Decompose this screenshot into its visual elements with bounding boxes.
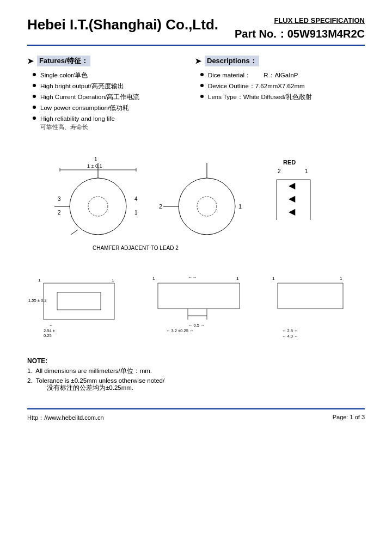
svg-text:↔ 3.2 ±0.25 ↔: ↔ 3.2 ±0.25 ↔ [166, 328, 193, 333]
features-label: Fatures/特征： [37, 56, 90, 66]
svg-point-4 [70, 178, 126, 235]
bullet-icon [33, 84, 36, 87]
svg-text:2: 2 [278, 168, 281, 174]
svg-text:◀: ◀ [289, 181, 296, 190]
svg-text:1.55 ± 0.3: 1.55 ± 0.3 [28, 298, 46, 303]
svg-text:3: 3 [58, 196, 61, 202]
list-item: Single color/单色 [33, 71, 184, 79]
svg-text:CHAMFER ADJACENT TO LEAD 2: CHAMFER ADJACENT TO LEAD 2 [93, 245, 179, 251]
header: Hebei I.T.(Shanghai) Co.,Ltd. FLUX LED S… [27, 16, 365, 41]
list-item: 2. Tolerance is ±0.25mm unless otherwise… [27, 377, 365, 392]
svg-point-5 [88, 197, 108, 216]
svg-text:2.54 ±: 2.54 ± [44, 328, 55, 333]
company-name: Hebei I.T.(Shanghai) Co.,Ltd. [27, 16, 218, 33]
page: Hebei I.T.(Shanghai) Co.,Ltd. FLUX LED S… [0, 0, 392, 551]
website: Http：//www.hebeiitd.com.cn [27, 414, 104, 422]
svg-text:1: 1 [305, 168, 308, 174]
desc-subitem: R：AlGaInP [264, 72, 298, 78]
list-item: High bright output/高亮度输出 [33, 82, 184, 90]
svg-text:1: 1 [152, 276, 155, 281]
flux-title: FLUX LED SPECIFICATION [235, 16, 365, 25]
bullet-icon [33, 106, 36, 109]
list-item: Low power consumption/低功耗 [33, 103, 184, 112]
svg-text:2: 2 [58, 210, 61, 216]
descriptions-section: ➤ Descriptions： Dice material： R：AlGaInP… [195, 56, 365, 101]
svg-text:←→: ←→ [188, 275, 197, 280]
bullet-icon [200, 95, 204, 98]
descriptions-title: ➤ Descriptions： [195, 56, 365, 66]
features-list: Single color/单色 High bright output/高亮度输出… [27, 71, 184, 132]
diagram-area: 1 ± 0.1 3 2 4 1 1 2 1 RED 2 1 [27, 149, 365, 260]
notes-section: NOTE: 1. All dimensions are millimeters/… [27, 357, 365, 392]
feature-text: High bright output/高亮度输出 [40, 82, 124, 90]
part-number-value: 05W913M4R2C [287, 28, 365, 40]
list-item: 1. All dimensions are millimeters/单位：mm. [27, 367, 365, 375]
svg-line-8 [71, 230, 78, 235]
descriptions-arrow: ➤ [195, 57, 201, 65]
svg-text:← 0.5 →: ← 0.5 → [188, 323, 205, 328]
header-divider [27, 45, 365, 46]
svg-text:1: 1 [112, 278, 114, 283]
tech-drawing-area: 1 1 1.55 ± 0.3 ↔ 2.54 ± 0.25 1 1 ←→ ← 0.… [27, 268, 365, 346]
features-section: ➤ Fatures/特征： Single color/单色 High brigh… [27, 56, 184, 132]
feature-text: Single color/单色 [40, 71, 88, 79]
footer: Http：//www.hebeiitd.com.cn Page: 1 of 3 [27, 414, 365, 422]
svg-point-15 [197, 197, 217, 216]
svg-text:↔ 2.8 ↔: ↔ 2.8 ↔ [282, 328, 298, 333]
svg-text:0.25: 0.25 [44, 333, 52, 338]
notes-title: NOTE: [27, 357, 365, 365]
svg-text:4: 4 [134, 196, 138, 202]
feature-text: High Current Operation/高工作电流 [40, 93, 139, 101]
led-diagram-svg: 1 ± 0.1 3 2 4 1 1 2 1 RED 2 1 [27, 149, 365, 258]
bullet-icon [33, 73, 36, 76]
desc-text: Dice material： R：AlGaInP [208, 71, 298, 79]
list-item: Device Outline：7.62mmX7.62mm [200, 82, 365, 90]
svg-text:1: 1 [272, 276, 275, 281]
page-number: Page: 1 of 3 [333, 414, 365, 422]
svg-text:RED: RED [283, 159, 296, 166]
svg-text:↔: ↔ [49, 323, 53, 328]
note-number: 1. [27, 368, 35, 374]
part-label: Part No.： [235, 28, 287, 40]
note-text: All dimensions are millimeters/单位：mm. [35, 368, 152, 374]
descriptions-list: Dice material： R：AlGaInP Device Outline：… [195, 71, 365, 101]
tech-drawing-svg: 1 1 1.55 ± 0.3 ↔ 2.54 ± 0.25 1 1 ←→ ← 0.… [27, 268, 365, 344]
list-item: Dice material： R：AlGaInP [200, 71, 365, 79]
feature-subtext: 可靠性高、寿命长 [40, 123, 115, 131]
bullet-icon [200, 73, 204, 76]
svg-point-14 [179, 178, 235, 235]
notes-list: 1. All dimensions are millimeters/单位：mm.… [27, 367, 365, 392]
bullet-icon [33, 95, 36, 98]
svg-text:↔ 4.0 ↔: ↔ 4.0 ↔ [282, 334, 298, 339]
svg-text:1: 1 [238, 203, 242, 210]
feature-text: Low power consumption/低功耗 [40, 103, 129, 112]
svg-text:◀: ◀ [289, 194, 296, 203]
svg-rect-34 [57, 292, 101, 310]
list-item: High Current Operation/高工作电流 [33, 93, 184, 101]
desc-text: Device Outline：7.62mmX7.62mm [208, 82, 305, 90]
bullet-icon [33, 117, 36, 120]
note-text: Tolerance is ±0.25mm unless otherwise no… [36, 377, 164, 391]
main-content: ➤ Fatures/特征： Single color/单色 High brigh… [27, 56, 365, 139]
features-column: ➤ Fatures/特征： Single color/单色 High brigh… [27, 56, 184, 139]
svg-text:1: 1 [38, 278, 41, 283]
feature-text: High reliability and long life 可靠性高、寿命长 [40, 114, 115, 131]
list-item: Lens Type：White Diffused/乳色散射 [200, 93, 365, 101]
note-number: 2. [27, 377, 36, 384]
descriptions-column: ➤ Descriptions： Dice material： R：AlGaInP… [195, 56, 365, 139]
svg-text:1: 1 [340, 276, 342, 281]
svg-text:1: 1 [134, 210, 138, 216]
footer-divider [27, 408, 365, 409]
header-right: FLUX LED SPECIFICATION Part No.：05W913M4… [235, 16, 365, 41]
descriptions-label: Descriptions： [205, 56, 259, 66]
svg-text:1: 1 [94, 156, 97, 162]
bullet-icon [200, 84, 204, 87]
features-arrow: ➤ [27, 57, 34, 65]
svg-text:◀: ◀ [289, 207, 296, 216]
features-title: ➤ Fatures/特征： [27, 56, 184, 66]
part-number: Part No.：05W913M4R2C [235, 27, 365, 41]
svg-text:2: 2 [159, 203, 162, 210]
list-item: High reliability and long life 可靠性高、寿命长 [33, 114, 184, 131]
desc-text: Lens Type：White Diffused/乳色散射 [208, 93, 312, 101]
svg-text:1: 1 [236, 276, 239, 281]
